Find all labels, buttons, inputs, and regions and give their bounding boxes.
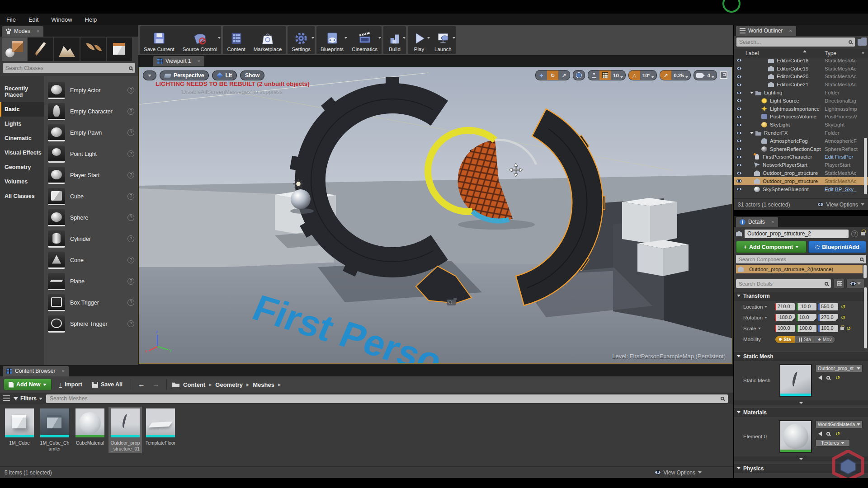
visibility-eye-icon[interactable] [736,99,742,103]
search-details-input[interactable] [739,281,822,286]
chevron-down-icon[interactable] [403,37,406,39]
search-classes-input[interactable] [5,65,126,71]
table-row[interactable]: EditorCube19StaticMeshAc [734,65,868,73]
chevron-down-icon[interactable] [378,37,381,39]
search-classes-field[interactable] [3,63,135,73]
material-thumbnail[interactable] [779,420,812,453]
search-components-input[interactable] [739,257,857,262]
reset-icon[interactable]: ↺ [846,325,851,332]
visibility-eye-icon[interactable] [736,155,742,159]
close-icon[interactable]: × [789,28,792,33]
view-options-button[interactable]: View Options [655,469,702,476]
settings-button[interactable]: Settings [288,26,315,54]
search-assets-field[interactable] [46,394,728,403]
rotation-x-field[interactable]: -180.0 [775,314,795,321]
help-icon[interactable]: ? [851,230,858,237]
static-mesh-dropdown[interactable]: Outdoor_prop_st [816,364,863,372]
breadcrumb-geometry[interactable]: Geometry [215,381,243,388]
mode-place-button[interactable] [2,38,27,61]
content-button[interactable]: Content [223,26,249,54]
import-button[interactable]: ↓Import [56,381,85,388]
visibility-eye-icon[interactable] [736,83,742,86]
grid-snap-value[interactable]: 10 [611,70,625,80]
table-row[interactable]: SkySphereBlueprintEdit BP_Sky_ [734,185,868,193]
camera-speed-value[interactable]: 4 [705,70,717,80]
reset-icon[interactable]: ↺ [841,314,845,321]
rotation-z-field[interactable]: 270.0 [818,314,838,321]
scale-snap-toggle[interactable]: ↗ [660,70,671,80]
reset-icon[interactable]: ↺ [835,375,840,381]
scale-snap-value[interactable]: 0.25 [671,70,690,80]
table-row[interactable]: EditorCube21StaticMeshAc [734,80,868,89]
create-folder-icon[interactable] [858,38,867,46]
help-icon[interactable]: ? [127,214,134,221]
outliner-column-header[interactable]: Label Type [734,49,868,58]
location-y-field[interactable]: -10.0 [797,303,816,310]
details-scrollbar[interactable] [864,287,867,348]
forward-button[interactable]: → [151,380,161,389]
edit-blueprint-link[interactable]: Edit BP_Sky_ [825,187,865,192]
table-row[interactable]: LightingFolder [734,89,868,97]
table-row-selected[interactable]: Outdoor_prop_structureStaticMeshAc [734,177,868,185]
visibility-eye-icon[interactable] [736,75,742,79]
save-current-button[interactable]: Save Current [140,26,179,54]
location-x-field[interactable]: 710.0 [775,303,795,310]
table-row[interactable]: RenderFXFolder [734,129,868,137]
component-instance-row-selected[interactable]: Outdoor_prop_structure_2(Instance) [736,265,863,273]
tab-world-outliner[interactable]: World Outliner × [736,26,796,36]
help-icon[interactable]: ? [127,150,134,157]
close-icon[interactable]: × [771,219,774,225]
visibility-eye-icon[interactable] [736,147,742,151]
rotation-label[interactable]: Rotation [734,315,775,320]
table-row[interactable]: Outdoor_prop_structureStaticMeshAc [734,169,868,177]
list-item[interactable]: Sphere Trigger? [44,313,138,334]
list-item[interactable]: Empty Character? [44,101,138,122]
rotate-tool-button[interactable]: ↻ [547,70,558,80]
category-basic[interactable]: Basic [0,102,44,117]
expand-section-button[interactable] [734,400,868,405]
expand-arrow-icon[interactable] [750,132,754,134]
visibility-eye-icon[interactable] [736,123,742,127]
list-item[interactable]: Point Light? [44,143,138,164]
source-control-button[interactable]: Source Control [179,26,222,54]
chevron-down-icon[interactable] [453,37,455,39]
table-row[interactable]: FirstPersonCharacterEdit FirstPer [734,153,868,161]
category-geometry[interactable]: Geometry [0,160,44,174]
add-new-button[interactable]: Add New [4,379,52,390]
close-icon[interactable]: × [61,368,64,374]
blueprint-add-script-button[interactable]: Blueprint/Add [808,241,866,253]
outliner-search-input[interactable] [739,39,846,45]
outliner-search-field[interactable] [736,38,855,47]
blueprints-button[interactable]: Blueprints [316,26,348,54]
help-icon[interactable]: ? [127,257,134,263]
search-assets-input[interactable] [50,395,718,402]
scale-y-field[interactable]: 100.0 [797,325,816,332]
chevron-down-icon[interactable] [427,37,430,39]
scale-x-field[interactable]: 100.0 [775,325,795,332]
surface-snap-button[interactable] [588,70,599,80]
visibility-eye-icon[interactable] [736,115,742,119]
actor-name-field[interactable] [745,230,849,238]
category-visual-effects[interactable]: Visual Effects [0,145,44,160]
help-icon[interactable]: ? [127,172,134,178]
help-icon[interactable]: ? [127,320,134,327]
table-row[interactable]: SphereReflectionCaptSphereReflect [734,145,868,153]
asset-tile[interactable]: 1M_Cube [3,407,36,448]
table-row[interactable]: Light SourceDirectionalLig [734,97,868,105]
rotation-snap-toggle[interactable]: △ [629,70,640,80]
visibility-eye-icon[interactable] [736,179,742,183]
table-row[interactable]: PostProcessVolumePostProcessV [734,113,868,121]
list-item[interactable]: Empty Pawn? [44,122,138,143]
mobility-movable-button[interactable]: +Mov [815,336,835,343]
reset-icon[interactable]: ↺ [841,304,845,310]
menu-window[interactable]: Window [45,14,78,25]
mobility-stationary-button[interactable]: Sta [795,336,815,343]
help-icon[interactable]: ? [127,278,134,285]
list-item[interactable]: Plane? [44,271,138,292]
column-type[interactable]: Type [825,50,836,56]
tab-content-browser[interactable]: Content Browser × [3,366,69,376]
property-matrix-button[interactable] [834,279,844,288]
visibility-eye-icon[interactable] [736,67,742,70]
mode-paint-button[interactable] [28,38,53,61]
help-icon[interactable]: ? [127,87,134,94]
